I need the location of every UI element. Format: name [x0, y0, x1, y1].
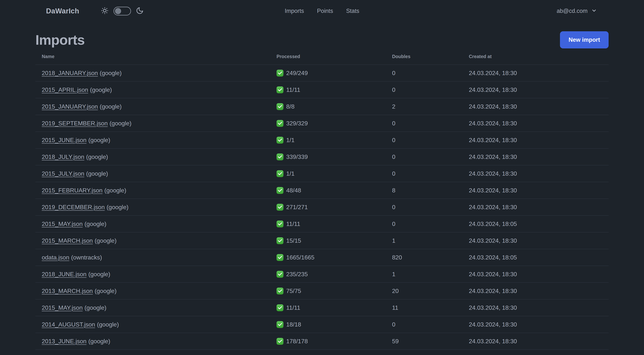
processed-cell: 15/15 [270, 237, 386, 244]
import-file-link[interactable]: 2019_SEPTEMBER.json [42, 120, 108, 127]
processed-count: 339/339 [286, 153, 308, 160]
import-source: (google) [100, 103, 122, 110]
doubles-cell: 0 [386, 137, 462, 144]
user-menu[interactable]: ab@cd.com [556, 8, 644, 14]
name-cell: odata.json(owntracks) [36, 254, 270, 261]
import-source: (google) [86, 170, 108, 177]
success-check-icon [276, 338, 284, 345]
doubles-cell: 8 [386, 187, 462, 194]
processed-count: 8/8 [286, 103, 294, 110]
import-source: (google) [90, 86, 112, 93]
created-at-cell: 24.03.2024, 18:30 [462, 338, 608, 345]
import-file-link[interactable]: 2018_JULY.json [42, 153, 84, 160]
sun-icon [101, 7, 109, 15]
chevron-down-icon [591, 8, 597, 14]
import-source: (google) [95, 237, 116, 244]
nav-link-stats[interactable]: Stats [346, 8, 359, 14]
theme-toggle[interactable] [114, 7, 131, 15]
page-title: Imports [36, 32, 84, 48]
navbar: DaWarIch Imports Point [0, 0, 644, 22]
created-at-cell: 24.03.2024, 18:30 [462, 187, 608, 194]
name-cell: 2018_JUNE.json(google) [36, 271, 270, 278]
import-file-link[interactable]: 2015_JUNE.json [42, 137, 86, 143]
app-logo[interactable]: DaWarIch [46, 7, 79, 15]
table-row: 2015_MARCH.json(google) 15/15 1 24.03.20… [36, 232, 608, 249]
import-file-link[interactable]: 2013_MARCH.json [42, 288, 93, 294]
processed-cell: 75/75 [270, 288, 386, 295]
new-import-button[interactable]: New import [560, 31, 608, 48]
doubles-cell: 0 [386, 153, 462, 160]
doubles-cell: 0 [386, 321, 462, 328]
processed-count: 271/271 [286, 204, 308, 211]
table-row: 2015_JULY.json(google) 1/1 0 24.03.2024,… [36, 165, 608, 182]
table-header-row: Name Processed Doubles Created at [36, 48, 608, 64]
name-cell: 2015_APRIL.json(google) [36, 86, 270, 93]
import-file-link[interactable]: 2015_MARCH.json [42, 237, 93, 244]
table-row-partial [36, 350, 608, 355]
processed-cell: 11/11 [270, 221, 386, 227]
nav-link-points[interactable]: Points [317, 8, 333, 14]
table-row: 2019_DECEMBER.json(google) 271/271 0 24.… [36, 199, 608, 215]
processed-count: 11/11 [286, 86, 300, 93]
main-content: Imports New import Name Processed Double… [36, 31, 608, 355]
import-source: (google) [84, 221, 106, 227]
created-at-cell: 24.03.2024, 18:30 [462, 137, 608, 144]
nav-link-imports[interactable]: Imports [285, 8, 304, 14]
table-row: 2018_JULY.json(google) 339/339 0 24.03.2… [36, 148, 608, 165]
name-cell: 2019_DECEMBER.json(google) [36, 204, 270, 211]
table-row: odata.json(owntracks) 1665/1665 820 24.0… [36, 249, 608, 266]
name-cell: 2015_MARCH.json(google) [36, 237, 270, 244]
theme-switcher [101, 7, 144, 15]
import-source: (google) [86, 153, 108, 160]
processed-count: 235/235 [286, 271, 308, 278]
success-check-icon [276, 304, 284, 311]
created-at-cell: 24.03.2024, 18:30 [462, 170, 608, 177]
processed-count: 1/1 [286, 170, 294, 177]
processed-count: 329/329 [286, 120, 308, 127]
created-at-cell: 24.03.2024, 18:30 [462, 86, 608, 93]
import-file-link[interactable]: odata.json [42, 254, 69, 261]
import-file-link[interactable]: 2013_JUNE.json [42, 338, 86, 345]
created-at-cell: 24.03.2024, 18:30 [462, 304, 608, 311]
created-at-cell: 24.03.2024, 18:30 [462, 204, 608, 211]
doubles-cell: 1 [386, 271, 462, 278]
name-cell: 2015_MAY.json(google) [36, 304, 270, 311]
processed-cell: 48/48 [270, 187, 386, 194]
import-file-link[interactable]: 2015_JULY.json [42, 170, 84, 177]
table-row: 2015_MAY.json(google) 11/11 11 24.03.202… [36, 299, 608, 316]
success-check-icon [276, 70, 284, 76]
table-row: 2018_JANUARY.json(google) 249/249 0 24.0… [36, 64, 608, 81]
import-file-link[interactable]: 2015_FEBRUARY.json [42, 187, 102, 194]
import-file-link[interactable]: 2015_JANUARY.json [42, 103, 98, 110]
name-cell: 2013_MARCH.json(google) [36, 288, 270, 295]
import-file-link[interactable]: 2019_DECEMBER.json [42, 204, 105, 210]
success-check-icon [276, 288, 284, 295]
import-source: (google) [95, 288, 116, 294]
import-file-link[interactable]: 2018_JANUARY.json [42, 70, 98, 76]
success-check-icon [276, 187, 284, 194]
doubles-cell: 0 [386, 120, 462, 127]
processed-count: 11/11 [286, 304, 300, 311]
import-file-link[interactable]: 2015_APRIL.json [42, 86, 88, 93]
import-file-link[interactable]: 2015_MAY.json [42, 304, 82, 311]
table-row: 2018_JUNE.json(google) 235/235 1 24.03.2… [36, 266, 608, 282]
import-file-link[interactable]: 2014_AUGUST.json [42, 321, 95, 328]
import-file-link[interactable]: 2015_MAY.json [42, 221, 82, 227]
processed-count: 1/1 [286, 137, 294, 144]
import-source: (google) [104, 187, 126, 194]
doubles-cell: 2 [386, 103, 462, 110]
processed-cell: 1/1 [270, 170, 386, 177]
name-cell: 2015_FEBRUARY.json(google) [36, 187, 270, 194]
import-source: (google) [110, 120, 131, 127]
processed-cell: 11/11 [270, 304, 386, 311]
import-source: (google) [106, 204, 128, 210]
processed-count: 1665/1665 [286, 254, 314, 261]
table-row: 2019_SEPTEMBER.json(google) 329/329 0 24… [36, 115, 608, 131]
import-file-link[interactable]: 2018_JUNE.json [42, 271, 86, 278]
theme-toggle-knob [115, 8, 121, 14]
import-source: (google) [84, 304, 106, 311]
doubles-cell: 0 [386, 170, 462, 177]
import-source: (owntracks) [71, 254, 102, 261]
success-check-icon [276, 103, 284, 110]
created-at-cell: 24.03.2024, 18:05 [462, 254, 608, 261]
